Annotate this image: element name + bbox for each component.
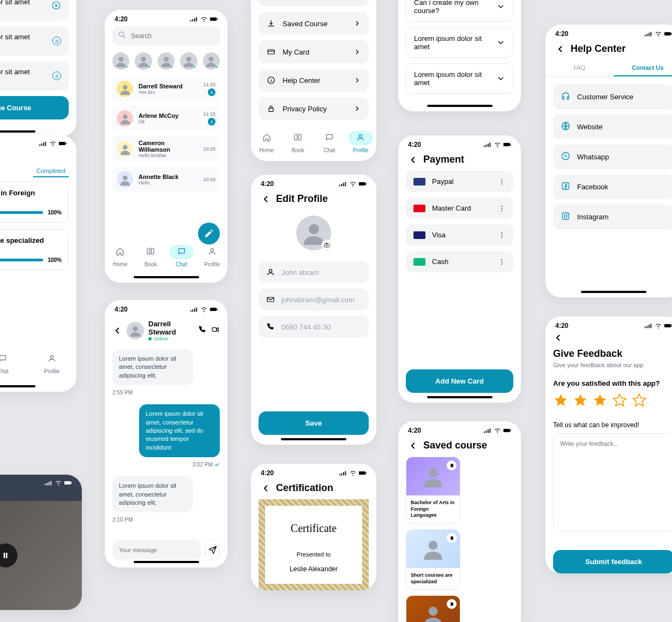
back-button[interactable] [408, 441, 418, 451]
message-input[interactable] [112, 540, 201, 560]
payment-method[interactable]: Visa [406, 224, 513, 246]
tab-book[interactable]: Book [286, 131, 310, 153]
message-time: 10:20 [203, 146, 215, 152]
instagram-icon [561, 211, 571, 223]
back-button[interactable] [555, 44, 565, 54]
faq-question: Lorem ipsum dolor sit amet [414, 70, 490, 87]
tab-chat[interactable]: Chat [317, 131, 341, 153]
tab-profile[interactable]: Profile [200, 245, 224, 267]
read-check-icon [214, 462, 220, 468]
camera-button[interactable] [321, 240, 332, 250]
add-card-button[interactable]: Add New Card [406, 369, 513, 393]
story-avatar[interactable] [180, 52, 197, 70]
improvement-question: Tell us what can be improved! [553, 421, 672, 429]
payment-method[interactable]: Cash [406, 251, 513, 272]
saved-course-card[interactable] [406, 595, 460, 622]
back-button[interactable] [553, 333, 563, 343]
course-card[interactable]: Short courses are specialized 14 Lesson … [0, 229, 69, 270]
back-button[interactable] [112, 326, 122, 336]
story-avatar[interactable] [135, 52, 152, 70]
payment-method[interactable]: Paypal [406, 171, 513, 192]
search-input[interactable] [131, 32, 214, 40]
bookmark-icon[interactable] [447, 533, 457, 543]
payment-method[interactable]: Master Card [406, 198, 513, 219]
menu-item[interactable]: My Card [259, 40, 369, 63]
menu-item[interactable]: Help Center [259, 69, 369, 92]
help-item[interactable]: Instagram [553, 205, 672, 229]
star-icon[interactable] [592, 393, 608, 408]
headphones-icon [561, 91, 571, 103]
submit-feedback-button[interactable]: Submit feedback [553, 550, 672, 573]
bookmark-icon[interactable] [447, 460, 457, 470]
tab-contact[interactable]: Contact Us [614, 60, 672, 76]
chat-row[interactable]: Cameron Williamson Hello brother 10:20 [112, 135, 220, 163]
more-icon[interactable] [498, 178, 506, 186]
more-icon[interactable] [498, 258, 506, 266]
pause-button[interactable] [0, 543, 17, 567]
payment-label: Master Card [432, 204, 471, 212]
saved-course-card[interactable]: Bachelor of Arts in Foreign Languages [406, 457, 460, 524]
back-button[interactable] [261, 194, 271, 204]
lesson-row[interactable]: Lorem ipsum dolor sit amet consectetur [0, 0, 69, 21]
story-avatar[interactable] [158, 52, 175, 70]
more-icon[interactable] [498, 231, 506, 239]
more-icon[interactable] [498, 205, 506, 212]
tab-home[interactable]: Home [255, 131, 279, 153]
payment-logo [413, 205, 425, 212]
faq-question: Can i create my own course? [414, 0, 490, 15]
back-button[interactable] [261, 483, 271, 493]
lesson-row[interactable]: Lorem ipsum dolor sit amet consectetur [0, 61, 69, 91]
menu-item[interactable]: My Projects [259, 0, 369, 7]
video-call-button[interactable] [211, 325, 220, 336]
menu-item[interactable]: Saved Course [259, 12, 369, 35]
tab-profile[interactable]: Profile [349, 131, 373, 153]
chat-row[interactable]: Arlene McCoy Ok 11:15 2 [112, 106, 220, 131]
star-icon[interactable] [553, 393, 568, 408]
chat-row[interactable]: Darrell Steward Yes bro 11:15 3 [112, 76, 220, 101]
menu-item[interactable]: Privacy Policy [259, 97, 369, 120]
course-card[interactable]: Bachelor of Arts in Foreign 8 Lesson 100… [0, 182, 69, 223]
help-item[interactable]: Whatsapp [553, 145, 672, 169]
page-title: Edit Profile [276, 193, 328, 205]
phone-field[interactable]: 0680 744 45 30 [259, 316, 369, 338]
progress-pct: 100% [47, 210, 62, 216]
tab-book[interactable]: Book [139, 245, 163, 267]
status-icons [645, 323, 672, 328]
faq-item[interactable]: Lorem ipsum dolor sit amet [406, 27, 513, 58]
status-icons [190, 307, 218, 312]
tab-profile[interactable]: Profile [40, 352, 64, 374]
saved-course-card[interactable]: Short courses are specialized [406, 529, 460, 590]
tab-home[interactable]: Home [108, 245, 132, 267]
tab-faq[interactable]: FAQ [545, 60, 614, 76]
help-label: Whatsapp [577, 153, 609, 161]
bookmark-icon[interactable] [447, 599, 457, 609]
status-time: 4:20 [408, 427, 421, 434]
continue-course-button[interactable]: Continue Course [0, 96, 69, 119]
help-item[interactable]: Website [553, 115, 672, 139]
star-icon[interactable] [612, 393, 627, 408]
status-icons [645, 31, 672, 37]
back-button[interactable] [408, 155, 418, 165]
help-item[interactable]: Facebook [553, 175, 672, 199]
video-frame [0, 501, 82, 610]
help-item[interactable]: Customer Service [553, 85, 672, 109]
tab-chat[interactable]: Chat [170, 245, 194, 267]
send-button[interactable] [205, 540, 220, 560]
tab-completed[interactable]: Completed [33, 165, 69, 177]
faq-item[interactable]: Can i create my own course? [406, 0, 513, 22]
feedback-textarea[interactable] [553, 433, 672, 531]
email-field[interactable]: johnabram@gmail.com [259, 289, 369, 310]
star-icon[interactable] [632, 393, 647, 408]
chevron-down-icon [496, 38, 505, 47]
faq-item[interactable]: Lorem ipsum dolor sit amet [406, 63, 513, 94]
story-avatar[interactable] [112, 52, 129, 70]
lesson-text: Lorem ipsum dolor sit amet consectetur [0, 33, 46, 49]
save-button[interactable]: Save [259, 411, 369, 435]
story-avatar[interactable] [203, 52, 220, 70]
tab-chat[interactable]: Chat [0, 352, 15, 374]
name-field[interactable]: John abram [259, 261, 369, 283]
chat-row[interactable]: Annette Black Hello 10:20 [112, 167, 220, 192]
lesson-row[interactable]: Lorem ipsum dolor sit amet consectetur [0, 26, 69, 56]
call-button[interactable] [198, 325, 207, 336]
star-icon[interactable] [573, 393, 588, 408]
